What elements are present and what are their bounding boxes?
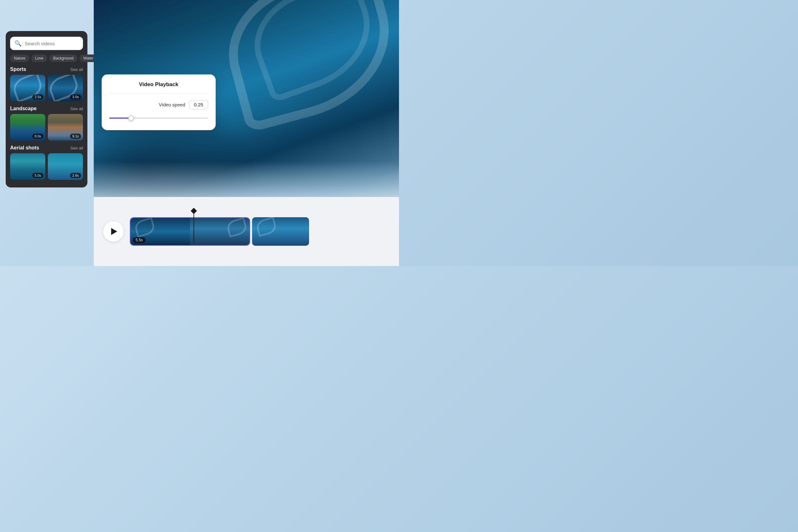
playback-popup: Video Playback Video speed 0.25 [102, 74, 216, 130]
section-sports-title: Sports [10, 66, 26, 72]
section-aerial-header: Aerial shots See all [10, 145, 83, 151]
speed-row: Video speed 0.25 [109, 100, 208, 109]
sports-video-1-duration: 2.5s [32, 94, 43, 99]
sports-grid: 2.5s 3.0s [10, 75, 83, 101]
tag-love[interactable]: Love [31, 55, 47, 62]
playback-divider [109, 93, 208, 94]
timeline-clips: 5.5s [130, 216, 390, 247]
speed-label: Video speed [159, 102, 185, 107]
landscape-video-2-duration: 9.1s [70, 134, 81, 139]
playhead-diamond [191, 208, 197, 214]
right-area: Video Playback Video speed 0.25 [94, 0, 399, 266]
playhead [192, 209, 196, 242]
section-landscape-title: Landscape [10, 106, 37, 112]
search-bar[interactable]: 🔍 [10, 37, 83, 50]
aerial-video-2[interactable]: 2.6s [48, 153, 83, 180]
landscape-video-2[interactable]: 9.1s [48, 114, 83, 140]
aerial-video-2-duration: 2.6s [70, 173, 81, 178]
sports-video-1[interactable]: 2.5s [10, 75, 45, 101]
landscape-video-1[interactable]: 8.0s [10, 114, 45, 140]
next-clip[interactable] [252, 217, 309, 246]
timeline-area: 5.5s [94, 197, 399, 266]
landscape-see-all[interactable]: See all [70, 107, 83, 111]
section-landscape: Landscape See all 8.0s 9.1s [10, 106, 83, 140]
section-aerial: Aerial shots See all 5.0s 2.6s [10, 145, 83, 180]
sports-video-2[interactable]: 3.0s [48, 75, 83, 101]
next-clip-wave [255, 217, 278, 237]
clip-duration-label: 5.5s [133, 237, 145, 243]
search-input[interactable] [25, 41, 78, 46]
left-panel: 🔍 Nature Love Background Water Happy › S… [6, 31, 88, 188]
aerial-video-1[interactable]: 5.0s [10, 153, 45, 180]
section-sports-header: Sports See all [10, 66, 83, 72]
landscape-grid: 8.0s 9.1s [10, 114, 83, 140]
aerial-see-all[interactable]: See all [70, 146, 83, 150]
clip-half-right [190, 218, 249, 245]
slider-fill [109, 117, 131, 119]
tag-background[interactable]: Background [50, 55, 77, 62]
playhead-line [193, 214, 194, 242]
slider-track [109, 117, 208, 119]
clip-wave-1 [134, 217, 156, 238]
aerial-video-1-duration: 5.0s [32, 173, 43, 178]
speed-value: 0.25 [189, 100, 208, 109]
play-icon [111, 228, 117, 235]
playback-title: Video Playback [109, 81, 208, 88]
search-icon: 🔍 [15, 40, 21, 47]
sports-video-2-duration: 3.0s [70, 94, 81, 99]
play-button[interactable] [103, 221, 124, 242]
clip-inner [131, 218, 249, 245]
tag-nature[interactable]: Nature [10, 55, 29, 62]
speed-slider[interactable] [109, 115, 208, 121]
landscape-video-1-duration: 8.0s [32, 134, 43, 139]
selected-clip[interactable]: 5.5s [130, 217, 250, 246]
slider-thumb[interactable] [128, 115, 134, 121]
clip-wave-2 [226, 217, 248, 238]
aerial-grid: 5.0s 2.6s [10, 153, 83, 180]
section-aerial-title: Aerial shots [10, 145, 39, 151]
tags-row: Nature Love Background Water Happy › [10, 55, 83, 62]
section-landscape-header: Landscape See all [10, 106, 83, 112]
sports-see-all[interactable]: See all [70, 67, 83, 72]
section-sports: Sports See all 2.5s 3.0s [10, 66, 83, 101]
